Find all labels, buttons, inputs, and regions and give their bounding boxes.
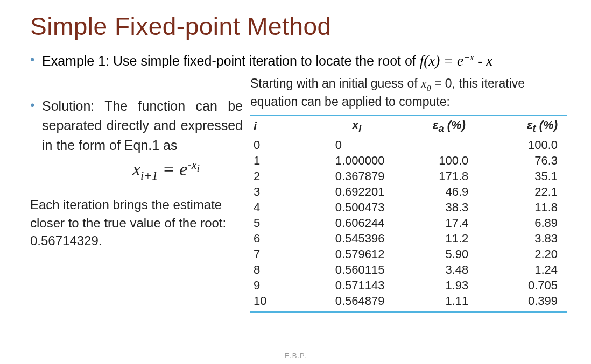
table-row: 50.60624417.46.89 bbox=[250, 215, 567, 231]
cell-ea: 11.2 bbox=[409, 231, 490, 246]
cell-xi: 1.000000 bbox=[305, 153, 409, 168]
table-row: 100.5648791.110.399 bbox=[250, 293, 567, 312]
cell-ea: 17.4 bbox=[409, 215, 490, 231]
cell-i: 3 bbox=[250, 184, 305, 199]
cell-ea: 38.3 bbox=[409, 199, 490, 215]
slide: Simple Fixed-point Method • Example 1: U… bbox=[0, 0, 591, 364]
example-fx: f(x) = e−x - x bbox=[420, 53, 493, 69]
cell-et: 6.89 bbox=[490, 215, 567, 231]
cell-et: 35.1 bbox=[490, 168, 567, 184]
convergence-text: Each iteration brings the estimate close… bbox=[30, 196, 243, 250]
cell-i: 6 bbox=[250, 231, 305, 246]
cell-et: 100.0 bbox=[490, 137, 567, 153]
cell-ea: 5.90 bbox=[409, 246, 490, 262]
table-row: 00100.0 bbox=[250, 137, 567, 153]
cell-xi: 0.606244 bbox=[305, 215, 409, 231]
col-header-et: εt (%) bbox=[490, 116, 567, 137]
iteration-table: i xi εa (%) εt (%) 00100.011.000000100.0… bbox=[250, 115, 567, 313]
cell-xi: 0.367879 bbox=[305, 168, 409, 184]
cell-et: 1.24 bbox=[490, 262, 567, 277]
cell-i: 9 bbox=[250, 277, 305, 293]
cell-ea: 1.11 bbox=[409, 293, 490, 312]
cell-xi: 0.560115 bbox=[305, 262, 409, 277]
col-header-xi: xi bbox=[305, 116, 409, 137]
slide-footer: E.B.P. bbox=[0, 352, 591, 360]
table-body: 00100.011.000000100.076.320.367879171.83… bbox=[250, 137, 567, 312]
cell-xi: 0.579612 bbox=[305, 246, 409, 262]
cell-i: 7 bbox=[250, 246, 305, 262]
col-header-ea: εa (%) bbox=[409, 116, 490, 137]
cell-i: 8 bbox=[250, 262, 305, 277]
slide-title: Simple Fixed-point Method bbox=[30, 12, 567, 41]
cell-et: 0.399 bbox=[490, 293, 567, 312]
table-row: 20.367879171.835.1 bbox=[250, 168, 567, 184]
cell-et: 0.705 bbox=[490, 277, 567, 293]
cell-et: 76.3 bbox=[490, 153, 567, 168]
cell-ea: 100.0 bbox=[409, 153, 490, 168]
example-prefix: Example 1: Use simple fixed-point iterat… bbox=[42, 53, 420, 68]
example-text: Example 1: Use simple fixed-point iterat… bbox=[42, 51, 567, 72]
cell-i: 2 bbox=[250, 168, 305, 184]
cell-i: 1 bbox=[250, 153, 305, 168]
cell-ea: 3.48 bbox=[409, 262, 490, 277]
col-header-i: i bbox=[250, 116, 305, 137]
cell-i: 4 bbox=[250, 199, 305, 215]
table-row: 60.54539611.23.83 bbox=[250, 231, 567, 246]
cell-i: 10 bbox=[250, 293, 305, 312]
left-column: • Solution: The function can be separate… bbox=[30, 75, 250, 313]
cell-et: 11.8 bbox=[490, 199, 567, 215]
cell-xi: 0 bbox=[305, 137, 409, 153]
table-row: 80.5601153.481.24 bbox=[250, 262, 567, 277]
cell-i: 5 bbox=[250, 215, 305, 231]
cell-ea: 1.93 bbox=[409, 277, 490, 293]
cell-xi: 0.571143 bbox=[305, 277, 409, 293]
cell-i: 0 bbox=[250, 137, 305, 153]
table-row: 70.5796125.902.20 bbox=[250, 246, 567, 262]
solution-text: Solution: The function can be separated … bbox=[42, 96, 243, 155]
table-row: 30.69220146.922.1 bbox=[250, 184, 567, 199]
table-row: 11.000000100.076.3 bbox=[250, 153, 567, 168]
cell-et: 2.20 bbox=[490, 246, 567, 262]
iteration-equation: xi+1 = e-xi bbox=[89, 158, 243, 183]
cell-ea: 171.8 bbox=[409, 168, 490, 184]
solution-bullet: • Solution: The function can be separate… bbox=[30, 96, 243, 155]
table-row: 90.5711431.930.705 bbox=[250, 277, 567, 293]
cell-xi: 0.564879 bbox=[305, 293, 409, 312]
cell-xi: 0.692201 bbox=[305, 184, 409, 199]
cell-et: 22.1 bbox=[490, 184, 567, 199]
bullet-dot-icon: • bbox=[30, 51, 42, 72]
cell-et: 3.83 bbox=[490, 231, 567, 246]
cell-ea: 46.9 bbox=[409, 184, 490, 199]
cell-ea bbox=[409, 137, 490, 153]
table-row: 40.50047338.311.8 bbox=[250, 199, 567, 215]
cell-xi: 0.500473 bbox=[305, 199, 409, 215]
bullet-dot-icon: • bbox=[30, 96, 42, 155]
starting-text: Starting with an initial guess of x0 = 0… bbox=[250, 75, 567, 110]
two-column-area: • Solution: The function can be separate… bbox=[30, 75, 567, 313]
cell-xi: 0.545396 bbox=[305, 231, 409, 246]
example-bullet: • Example 1: Use simple fixed-point iter… bbox=[30, 51, 567, 72]
right-column: Starting with an initial guess of x0 = 0… bbox=[250, 75, 567, 313]
table-header-row: i xi εa (%) εt (%) bbox=[250, 116, 567, 137]
